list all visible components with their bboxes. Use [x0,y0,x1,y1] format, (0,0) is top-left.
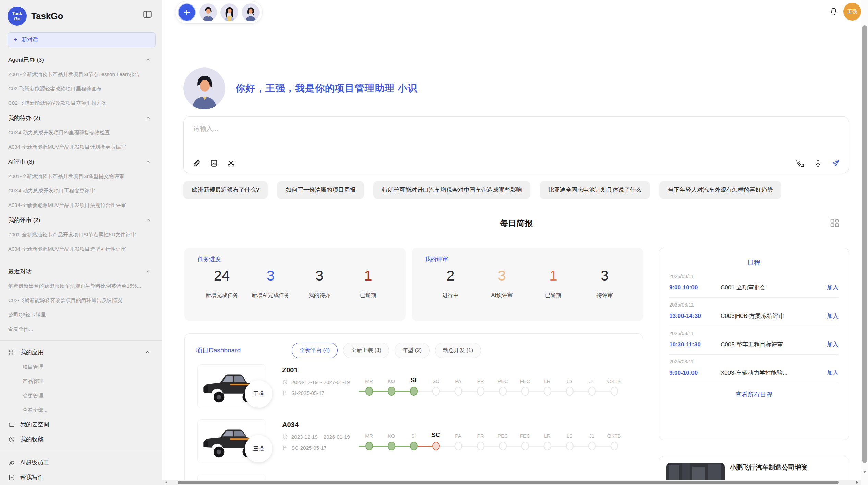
schedule-date: 2025/03/11 [669,359,839,364]
app-logo: Task Go [8,7,27,26]
sidebar-section-header[interactable]: 最近对话 [0,264,162,279]
sidebar-list-item[interactable]: C02-飞腾新能源轻客改款项目立项汇报方案 [0,96,162,110]
milestone-dot [499,442,507,450]
phone-icon[interactable] [796,159,804,167]
cloud-space-label: 我的云空间 [20,421,49,428]
milestone-label: PR [469,433,492,439]
sidebar-list-item[interactable]: C0X4-动力总成开发项目工程变更评审 [0,184,162,198]
scroll-left-arrow-icon[interactable] [165,481,167,484]
project-row[interactable]: 王强 Z001 2023-12-19 ~ 2027-01-19 SI-2025-… [185,363,643,418]
chat-input[interactable] [193,124,708,145]
scroll-right-arrow-icon[interactable] [856,481,858,484]
agent-avatar[interactable] [199,3,217,21]
schedule-time: 9:00-10:00 [669,284,721,291]
sidebar-item-my-apps[interactable]: 我的应用 [0,345,162,360]
dashboard-filters: 全新平台 (4)全新上装 (3)年型 (2)动总开发 (1) [292,343,481,358]
suggestion-chip[interactable]: 如何写一份清晰的项目周报 [277,181,364,199]
image-icon[interactable] [210,159,218,167]
briefing-stat-card: 我的评审2进行中3AI预评审1已逾期3待评审 [412,248,643,321]
stat-label: 待评审 [579,292,630,299]
sidebar-list-item[interactable]: A034-全新新能源MUV产品开发项目法规符合性评审 [0,198,162,212]
section-title: 最近对话 [8,268,32,275]
new-chat-button[interactable]: + 新对话 [8,32,156,47]
filter-pill[interactable]: 全新上装 (3) [343,343,389,358]
schedule-panel: 日程 2025/03/119:00-10:00C001-立项审批会加入2025/… [659,248,849,440]
greeting: 你好，王强，我是你的项目管理助理 小识 [183,67,418,109]
chevron-up-icon [145,115,151,121]
sidebar-list-item[interactable]: Z001-全新燃油轻卡产品开发项目SI节点属性5D文件评审 [0,227,162,242]
stat-value: 3 [476,268,528,284]
sidebar-item-ai-staff[interactable]: AI超级员工 [0,455,162,470]
layout-grid-icon[interactable] [830,218,840,228]
help-write-label: 帮我写作 [20,473,44,481]
sidebar-app-subitem[interactable]: 变更管理 [0,388,162,403]
sidebar-list-item[interactable]: C02-飞腾新能源轻客改款项目的闭环通告反馈情况 [0,293,162,308]
schedule-item: 2025/03/1110:30-11:30C005-整车工程目标评审加入 [669,326,839,355]
sidebar-list-item[interactable]: 公司Q3轻卡销量 [0,308,162,322]
join-link[interactable]: 加入 [827,369,839,377]
add-agent-button[interactable] [178,3,196,21]
sidebar-app-subitem[interactable]: 产品管理 [0,374,162,388]
section-title: 我的评审 (2) [8,216,40,224]
stat: 3新增AI完成任务 [246,268,295,299]
sidebar-list-item[interactable]: Z001-全新燃油皮卡产品开发项目SI节点Lesson Learn报告 [0,67,162,82]
sidebar-section-header[interactable]: 我的待办 (2) [0,110,162,125]
vertical-scrollbar[interactable] [861,0,868,485]
sidebar-list-item[interactable]: A034-全新新能源MUV产品开发项目计划变更表编写 [0,140,162,154]
view-all-schedule-link[interactable]: 查看所有日程 [669,390,839,399]
scroll-down-arrow-icon[interactable] [863,471,866,473]
sidebar-section-header[interactable]: AI评审 (3) [0,154,162,169]
briefing-stat-card: 任务进度24新增完成任务3新增AI完成任务3我的待办1已逾期 [184,248,406,321]
sidebar-item-help-write[interactable]: 帮我写作 [0,470,162,485]
collapse-sidebar-icon[interactable] [143,10,152,18]
suggestion-chip[interactable]: 特朗普可能对进口汽车增税会对中国车企造成哪些影响 [373,181,530,199]
milestone-label: OKTB [603,433,625,439]
agent-avatar[interactable] [242,3,260,21]
sidebar-list-item[interactable]: C02-飞腾新能源轻客改款项目里程碑画布 [0,82,162,96]
sidebar-item-favorites[interactable]: 我的收藏 [0,432,162,447]
sidebar-list-item[interactable]: 解释最新出台的欧盟报废车法规再生塑料比例被调至15%... [0,279,162,293]
join-link[interactable]: 加入 [827,340,839,348]
filter-pill[interactable]: 动总开发 (1) [435,343,481,358]
horizontal-scrollbar[interactable] [162,480,861,485]
user-avatar[interactable]: 王强 [843,3,861,21]
join-link[interactable]: 加入 [827,284,839,291]
join-link[interactable]: 加入 [827,312,839,320]
project-row[interactable]: 王强 A034 2023-12-19 ~ 2026-01-19 SC-2025-… [185,418,643,473]
chat-input-card[interactable] [183,116,849,173]
microphone-icon[interactable] [814,159,822,167]
sidebar-app-subitem[interactable]: 项目管理 [0,360,162,374]
sidebar-app-subitem[interactable]: 查看全部... [0,403,162,417]
send-icon[interactable] [832,159,840,167]
vertical-scrollbar-thumb[interactable] [862,25,867,463]
stat-value: 1 [344,268,393,284]
milestone-dot [432,442,440,450]
user-name: 王强 [847,9,857,15]
stat-label: 已逾期 [528,292,579,299]
sidebar-list-item[interactable]: Z001-全新燃油轻卡产品开发项目SI造型提交物评审 [0,169,162,184]
sidebar-item-cloud-space[interactable]: 我的云空间 [0,417,162,432]
stat-value: 2 [425,268,476,284]
suggestion-chip[interactable]: 欧洲新规最近颁布了什么? [183,181,268,199]
suggestion-chip[interactable]: 比亚迪全固态电池计划具体说了什么 [540,181,650,199]
sidebar-section-header[interactable]: 我的评审 (2) [0,212,162,227]
divider [0,451,162,451]
sidebar-list-item[interactable]: A034-全新新能源MUV产品开发项目造型可行性评审 [0,242,162,256]
filter-pill[interactable]: 全新平台 (4) [292,343,338,358]
horizontal-scrollbar-thumb[interactable] [178,481,839,484]
milestone-label: LR [536,433,558,439]
milestone-labels: MRKOSISCPAPRPECFECLRLSJ1OKTB [358,428,625,439]
paperclip-icon[interactable] [193,159,201,167]
sidebar-list-item[interactable]: 查看全部... [0,322,162,336]
agent-avatar[interactable] [220,3,238,21]
filter-pill[interactable]: 年型 (2) [395,343,430,358]
logo-line1: Task [12,11,22,16]
schedule-date: 2025/03/11 [669,274,839,279]
sidebar-section-header[interactable]: Agent已办 (3) [0,52,162,67]
sidebar-list-item[interactable]: C0X4-动力总成开发项目SI里程碑提交物检查 [0,125,162,140]
suggestion-chip[interactable]: 当下年轻人对汽车外观有怎样的喜好趋势 [659,181,781,199]
schedule-event-title: X003-车辆动力学性能验... [721,369,827,377]
schedule-item: 2025/03/119:00-10:00X003-车辆动力学性能验...加入 [669,355,839,383]
scissors-icon[interactable] [227,159,235,167]
notification-bell-icon[interactable] [829,7,839,16]
